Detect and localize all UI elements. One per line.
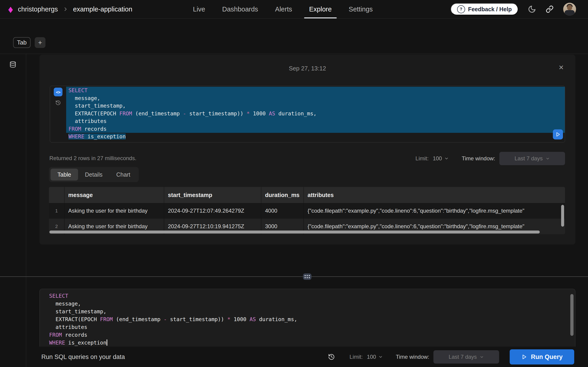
sql-line: start_timestamp,: [66, 102, 565, 110]
database-icon[interactable]: [9, 61, 16, 68]
nav-item-explore[interactable]: Explore: [309, 0, 332, 18]
query-history-button[interactable]: [328, 353, 335, 360]
vertical-scrollbar[interactable]: [561, 205, 564, 227]
query-sql-text[interactable]: SELECT message, start_timestamp, EXTRACT…: [66, 86, 565, 142]
play-icon: [555, 132, 561, 137]
query-timestamp: Sep 27, 13:12: [40, 65, 575, 72]
sql-line: EXTRACT(EPOCH FROM (end_timestamp - star…: [47, 315, 575, 323]
play-icon: [521, 354, 527, 360]
table-cell: {"code.filepath":"example.py","code.line…: [303, 203, 565, 219]
nav-item-settings[interactable]: Settings: [349, 0, 373, 18]
code-block-button[interactable]: <>: [54, 88, 62, 96]
add-tab-button[interactable]: +: [35, 37, 45, 48]
time-window-value: Last 7 days: [515, 155, 543, 162]
sql-line: attributes: [66, 117, 565, 125]
sql-line: attributes: [47, 323, 575, 331]
grip-dots-icon: [304, 275, 306, 276]
limit-select[interactable]: 100: [367, 354, 376, 360]
table-body: 1Asking the user for their birthday2024-…: [49, 203, 565, 234]
chevron-down-icon: [480, 355, 484, 359]
sql-keyword: FROM: [69, 126, 81, 132]
chevron-down-icon[interactable]: [378, 355, 383, 359]
view-tab-details[interactable]: Details: [78, 169, 109, 181]
chevron-right-icon: [63, 7, 68, 12]
view-tabs: TableDetailsChart: [49, 167, 139, 182]
tab-item[interactable]: Tab: [13, 37, 31, 48]
code-icon: <>: [56, 90, 61, 94]
editor-hint: Run SQL queries on your data: [41, 353, 125, 361]
close-icon: ✕: [559, 64, 564, 71]
time-window-select[interactable]: Last 7 days: [433, 350, 499, 364]
limit-label: Limit:: [350, 354, 363, 360]
sql-line: SELECT: [66, 87, 565, 94]
text-cursor: [107, 340, 107, 346]
sql-keyword: FROM: [100, 316, 113, 322]
time-window-select[interactable]: Last 7 days: [499, 152, 565, 165]
sql-line: start_timestamp,: [47, 308, 575, 315]
feedback-help-label: Feedback / Help: [468, 6, 512, 13]
breadcrumb: ◆ christophergs example-application: [8, 0, 132, 18]
left-sidebar: [0, 54, 26, 367]
sql-editor[interactable]: SELECT message, start_timestamp, EXTRACT…: [40, 289, 575, 347]
breadcrumb-org[interactable]: christophergs: [18, 6, 58, 13]
table-header-row: messagestart_timestampduration_msattribu…: [49, 187, 565, 203]
sql-keyword: WHERE: [49, 340, 65, 346]
table-cell: 4000: [261, 203, 303, 219]
footer-bar: Run SQL queries on your data Limit: 100 …: [26, 347, 588, 367]
sql-keyword: FROM: [49, 332, 62, 338]
table-cell: 2024-09-27T12:07:49.264279Z: [164, 203, 261, 219]
breadcrumb-project[interactable]: example-application: [73, 6, 132, 13]
table-row[interactable]: 1Asking the user for their birthday2024-…: [49, 203, 565, 219]
main-area: Sep 27, 13:12 ✕ <> SELECT message, start…: [0, 54, 588, 367]
horizontal-scrollbar[interactable]: [49, 231, 540, 234]
nav-item-dashboards[interactable]: Dashboards: [222, 0, 258, 18]
table-header-message[interactable]: message: [64, 187, 164, 203]
sql-editor-text[interactable]: SELECT message, start_timestamp, EXTRACT…: [47, 292, 575, 347]
time-window-label: Time window:: [396, 354, 429, 360]
sql-selection: WHERE is_exception: [69, 133, 126, 140]
run-query-button[interactable]: Run Query: [510, 349, 574, 365]
splitter-drag-handle[interactable]: [303, 273, 311, 280]
sql-keyword: FROM: [120, 110, 132, 117]
question-circle-icon: ?: [457, 5, 465, 13]
results-table: messagestart_timestampduration_msattribu…: [49, 187, 565, 234]
limit-select[interactable]: 100: [433, 155, 442, 162]
result-controls: Limit: 100 Time window: Last 7 days: [415, 152, 565, 165]
user-avatar[interactable]: [563, 3, 576, 16]
nav-item-alerts[interactable]: Alerts: [275, 0, 292, 18]
theme-toggle-button[interactable]: [528, 5, 536, 13]
sql-line: FROM records: [47, 331, 575, 339]
run-query-label: Run Query: [531, 353, 562, 361]
share-link-button[interactable]: [546, 5, 553, 13]
footer-controls: Limit: 100 Time window: Last 7 days Ru: [328, 349, 574, 365]
query-sql-block[interactable]: <> SELECT message, start_timestamp, EXTR…: [50, 86, 565, 142]
table-header-attributes[interactable]: attributes: [303, 187, 565, 203]
sql-keyword: SELECT: [49, 293, 68, 299]
sql-keyword: WHERE: [69, 133, 84, 140]
explore-page: ◆ christophergs example-application Live…: [0, 0, 588, 367]
pane-splitter[interactable]: [0, 276, 588, 277]
table-header-index[interactable]: [49, 187, 64, 203]
sql-keyword: AS: [250, 316, 256, 322]
history-icon: [328, 353, 335, 360]
sql-keyword: SELECT: [69, 87, 87, 93]
limit-label: Limit:: [415, 155, 429, 162]
table-header-start_timestamp[interactable]: start_timestamp: [164, 187, 261, 203]
view-tab-chart[interactable]: Chart: [109, 169, 137, 181]
editor-scrollbar[interactable]: [570, 294, 573, 336]
nav-item-live[interactable]: Live: [193, 0, 205, 18]
feedback-help-button[interactable]: ? Feedback / Help: [451, 3, 518, 15]
close-card-button[interactable]: ✕: [557, 64, 565, 71]
view-tab-table[interactable]: Table: [51, 169, 78, 181]
rerun-query-button[interactable]: [553, 129, 563, 140]
chevron-down-icon: [545, 156, 550, 161]
sql-line: message,: [66, 94, 565, 102]
history-icon[interactable]: [55, 100, 61, 106]
logfire-logo-icon[interactable]: ◆: [8, 5, 13, 13]
sql-line: EXTRACT(EPOCH FROM (end_timestamp - star…: [66, 110, 565, 118]
chevron-down-icon[interactable]: [444, 156, 449, 161]
top-nav: ◆ christophergs example-application Live…: [0, 0, 588, 19]
table-header-duration_ms[interactable]: duration_ms: [261, 187, 303, 203]
time-window-label: Time window:: [462, 155, 495, 162]
time-window-value: Last 7 days: [449, 354, 477, 360]
